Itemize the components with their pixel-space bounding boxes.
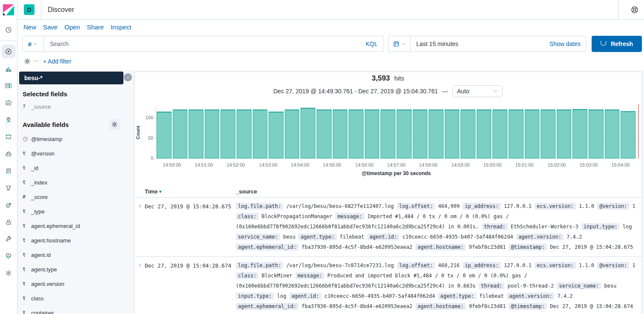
histogram-bar-26[interactable] bbox=[572, 109, 587, 158]
histogram-bar-6[interactable] bbox=[253, 109, 268, 158]
sort-desc-icon[interactable]: ▾ bbox=[159, 189, 161, 194]
histogram-bar-28[interactable] bbox=[605, 109, 620, 158]
nav-item-maps[interactable] bbox=[2, 113, 15, 127]
breadcrumb-app-badge[interactable]: D bbox=[24, 4, 34, 15]
histogram-bar-24[interactable] bbox=[541, 109, 555, 158]
histogram-bar-22[interactable] bbox=[509, 109, 524, 158]
histogram-bar-11[interactable] bbox=[333, 109, 348, 158]
field-value: filebeat bbox=[340, 234, 364, 240]
histogram-bar-7[interactable] bbox=[269, 112, 283, 158]
menu-inspect[interactable]: Inspect bbox=[111, 23, 131, 31]
nav-item-stack-monitoring[interactable] bbox=[2, 249, 15, 263]
histogram-bar-12[interactable] bbox=[349, 109, 364, 158]
histogram-bar-5[interactable] bbox=[237, 109, 252, 158]
histogram-bar-13[interactable] bbox=[365, 109, 380, 158]
field-item-agent.ephemeral_id[interactable]: tagent.ephemeral_id bbox=[19, 219, 123, 233]
interval-value: Auto bbox=[457, 88, 469, 95]
menu-save[interactable]: Save bbox=[43, 23, 57, 31]
field-name: @timestamp bbox=[31, 136, 62, 142]
field-value: 9febf8c23d81 bbox=[469, 303, 506, 309]
histogram-bar-17[interactable] bbox=[429, 109, 444, 158]
menu-new[interactable]: New bbox=[23, 23, 36, 31]
nav-item-management[interactable] bbox=[2, 266, 15, 280]
menu-share[interactable]: Share bbox=[87, 23, 104, 31]
row-source: log.file.path: /var/log/besu/besu-6827fe… bbox=[236, 201, 641, 252]
saved-query-menu-button[interactable]: # bbox=[23, 36, 44, 52]
expand-row-button[interactable] bbox=[135, 260, 145, 311]
field-value: EthScheduler-Workers-3 bbox=[511, 224, 578, 230]
field-value: 127.0.0.1 bbox=[504, 262, 532, 268]
field-item-_id[interactable]: t_id bbox=[19, 161, 123, 175]
nav-item-dev-tools[interactable] bbox=[2, 232, 15, 246]
calendar-menu-button[interactable] bbox=[389, 36, 411, 52]
histogram-bar-20[interactable] bbox=[477, 109, 492, 158]
nav-item-logs[interactable] bbox=[2, 164, 15, 178]
field-item-_score[interactable]: #_score bbox=[19, 190, 123, 204]
y-tick-label: 50 bbox=[140, 135, 153, 141]
nav-item-discover[interactable] bbox=[2, 45, 15, 58]
histogram-bar-29[interactable] bbox=[621, 111, 635, 158]
field-settings-gear-icon[interactable] bbox=[109, 119, 120, 130]
histogram-bar-9[interactable] bbox=[301, 108, 315, 158]
kibana-logo-icon[interactable] bbox=[3, 4, 14, 16]
histogram-bar-14[interactable] bbox=[381, 109, 395, 158]
nav-item-canvas[interactable] bbox=[2, 96, 15, 109]
show-dates-button[interactable]: Show dates bbox=[550, 40, 586, 47]
field-item-@version[interactable]: t@version bbox=[19, 146, 123, 161]
menu-open[interactable]: Open bbox=[64, 23, 80, 31]
field-item-agent.type[interactable]: tagent.type bbox=[19, 262, 123, 277]
search-input[interactable] bbox=[44, 40, 366, 47]
histogram-bar-3[interactable] bbox=[205, 109, 220, 158]
nav-item-apm[interactable] bbox=[2, 181, 15, 195]
histogram-bar-27[interactable] bbox=[589, 109, 604, 158]
nav-item-machine-learning[interactable] bbox=[2, 130, 15, 144]
field-item-class[interactable]: tclass bbox=[19, 291, 123, 305]
histogram-bar-2[interactable] bbox=[189, 109, 203, 158]
histogram-bar-8[interactable] bbox=[285, 109, 300, 158]
histogram-bar-15[interactable] bbox=[397, 109, 412, 158]
field-item-agent.id[interactable]: tagent.id bbox=[19, 248, 123, 262]
histogram-bar-16[interactable] bbox=[413, 109, 428, 158]
histogram-bar-21[interactable] bbox=[492, 109, 507, 158]
field-item-@timestamp[interactable]: @timestamp bbox=[19, 132, 123, 146]
histogram-bar-23[interactable] bbox=[525, 109, 540, 158]
histogram-bar-18[interactable] bbox=[445, 109, 460, 158]
time-range-value[interactable]: Last 15 minutes bbox=[411, 40, 458, 47]
help-icon[interactable] bbox=[625, 0, 644, 19]
string-field-type-icon: t bbox=[23, 237, 31, 243]
nav-item-uptime[interactable] bbox=[2, 198, 15, 212]
nav-item-siem[interactable] bbox=[2, 215, 15, 229]
histogram-bar-25[interactable] bbox=[557, 109, 572, 158]
histogram-bar-1[interactable] bbox=[173, 109, 188, 158]
query-bar: # KQL bbox=[22, 36, 384, 52]
nav-item-metrics[interactable] bbox=[2, 147, 15, 161]
field-item-agent.hostname[interactable]: tagent.hostname bbox=[19, 233, 123, 248]
nav-item-recently-viewed[interactable] bbox=[2, 23, 15, 37]
time-column-header[interactable]: Time ▾ bbox=[145, 188, 236, 195]
x-tick-label: 14:52:00 bbox=[219, 162, 253, 167]
index-pattern-selector[interactable]: besu-* bbox=[19, 72, 123, 84]
interval-select[interactable]: Auto bbox=[452, 85, 503, 97]
field-item-_type[interactable]: t_type bbox=[19, 204, 123, 219]
field-item-container[interactable]: tcontainer bbox=[19, 305, 123, 314]
histogram-bar-4[interactable] bbox=[220, 109, 235, 158]
query-language-button[interactable]: KQL bbox=[366, 40, 384, 47]
refresh-label: Refresh bbox=[611, 40, 633, 47]
filter-options-gear-icon[interactable] bbox=[24, 58, 31, 65]
expand-row-button[interactable] bbox=[135, 201, 145, 252]
field-item-agent.version[interactable]: tagent.version bbox=[19, 277, 123, 291]
collapse-sidebar-button[interactable] bbox=[124, 73, 132, 81]
histogram-bar-0[interactable] bbox=[157, 112, 172, 158]
nav-item-visualize[interactable] bbox=[2, 62, 15, 75]
x-tick-label: 14:57:00 bbox=[379, 162, 413, 167]
field-key-badge: agent.type: bbox=[298, 233, 336, 240]
add-filter-button[interactable]: + Add filter bbox=[43, 58, 72, 65]
histogram-bar-10[interactable] bbox=[317, 109, 332, 158]
refresh-button[interactable]: Refresh bbox=[592, 36, 642, 52]
field-name: container bbox=[31, 310, 54, 314]
field-item-_index[interactable]: t_index bbox=[19, 175, 123, 190]
field-value: besu bbox=[604, 283, 616, 289]
field-item-_source[interactable]: ?_source bbox=[19, 99, 123, 114]
nav-item-dashboard[interactable] bbox=[2, 79, 15, 92]
histogram-bar-19[interactable] bbox=[461, 109, 475, 158]
